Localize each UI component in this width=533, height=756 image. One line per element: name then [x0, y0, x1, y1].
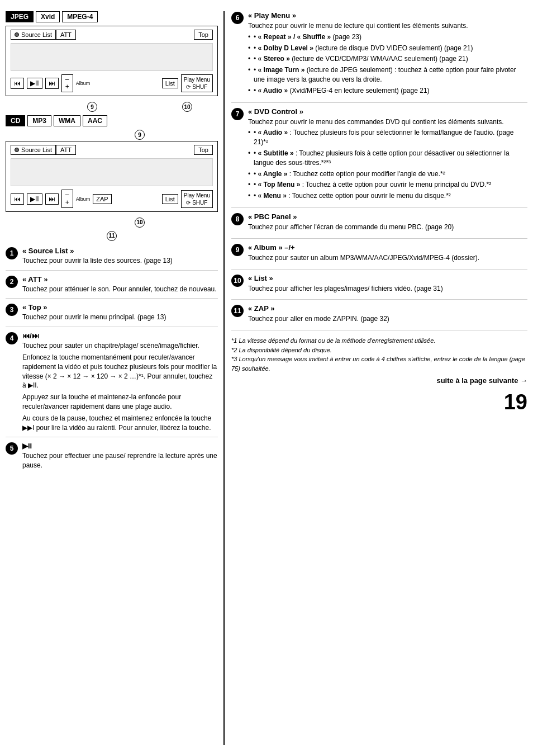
- shuf-label-2: ⟳ SHUF: [184, 199, 210, 206]
- item-4: 4 ⏮/⏭ Touchez pour sauter un chapitre/pl…: [6, 332, 218, 437]
- footnote-2: *2 La disponibilité dépend du disque.: [231, 346, 527, 355]
- bullet-6-5: • « Audio » (Xvid/MPEG-4 en lecture seul…: [248, 86, 527, 96]
- bullet-7-2: • « Subtitle » : Touchez plusieurs fois …: [248, 149, 527, 168]
- right-item-9-desc: Touchez pour sauter un album MP3/WMA/AAC…: [248, 253, 527, 263]
- right-item-9: 9 « Album » –/+ Touchez pour sauter un a…: [231, 243, 527, 270]
- right-item-11-title: « ZAP »: [248, 304, 527, 313]
- item-5-title: ▶II: [22, 442, 218, 450]
- tab-xvid[interactable]: Xvid: [36, 11, 60, 22]
- display-area-2: [11, 158, 213, 186]
- next-page-text: suite à la page suivante →: [231, 376, 527, 385]
- source-dot-1: [15, 32, 19, 37]
- bullet-6-2: • « Dolby D Level » (lecture de disque D…: [248, 44, 527, 53]
- shuf-label-1: ⟳ SHUF: [184, 83, 210, 91]
- prev-btn-1[interactable]: ⏮: [11, 78, 24, 89]
- play-pause-btn-2[interactable]: ▶II: [27, 193, 42, 205]
- panel2: Source List ATT Top ⏮ ▶II ⏭ – + Album ZA…: [6, 141, 218, 211]
- tab-mpeg4[interactable]: MPEG-4: [62, 11, 98, 22]
- tab-wma[interactable]: WMA: [54, 115, 80, 126]
- top-btn-1[interactable]: Top: [194, 30, 213, 40]
- list-btn-2[interactable]: List: [162, 194, 178, 204]
- item-2-desc: Touchez pour atténuer le son. Pour annul…: [22, 285, 218, 294]
- play-menu-label-2: Play Menu: [184, 192, 210, 199]
- prev-btn-2[interactable]: ⏮: [11, 193, 24, 205]
- panel2-bottom-annotations: 10: [6, 218, 218, 228]
- item-4-desc-4: Au cours de la pause, touchez et mainten…: [22, 414, 218, 433]
- plus-label-2: +: [65, 199, 69, 206]
- att-btn-2[interactable]: ATT: [56, 145, 76, 155]
- right-item-11-desc: Touchez pour aller en mode ZAPPIN. (page…: [248, 314, 527, 324]
- left-column: JPEG Xvid MPEG-4 Source List ATT Top ⏮ ▶…: [6, 11, 218, 745]
- right-item-6-title: « Play Menu »: [248, 11, 527, 20]
- play-menu-btn-2[interactable]: Play Menu ⟳ SHUF: [181, 190, 213, 208]
- source-list-btn-1[interactable]: Source List: [11, 30, 56, 40]
- right-item-11-content: « ZAP » Touchez pour aller en mode ZAPPI…: [248, 304, 527, 325]
- right-item-9-number: 9: [231, 244, 244, 264]
- item-3: 3 « Top » Touchez pour ouvrir le menu pr…: [6, 303, 218, 327]
- item-3-title: « Top »: [22, 303, 218, 311]
- item-3-desc: Touchez pour ouvrir le menu principal. (…: [22, 313, 218, 322]
- right-item-6-bullets: • « Repeat » / « Shuffle » (page 23) • «…: [248, 32, 527, 96]
- bullet-7-5: • « Menu » : Touchez cette option pour o…: [248, 191, 527, 201]
- next-btn-2[interactable]: ⏭: [45, 193, 59, 205]
- item-5: 5 ▶II Touchez pour effectuer une pause/ …: [6, 442, 218, 475]
- panel1-annotations: 9 10: [6, 102, 218, 112]
- minus-plus-2[interactable]: – +: [61, 190, 73, 207]
- footnotes: *1 La vitesse dépend du format ou de la …: [231, 336, 527, 373]
- source-list-label-2: Source List: [21, 147, 52, 153]
- minus-plus-1[interactable]: – +: [61, 74, 73, 92]
- annotation-10-panel1: 10: [182, 102, 192, 112]
- right-item-10-content: « List » Touchez pour afficher les plage…: [248, 274, 527, 295]
- display-area-1: [11, 43, 213, 71]
- right-item-10: 10 « List » Touchez pour afficher les pl…: [231, 274, 527, 300]
- tab-aac[interactable]: AAC: [83, 115, 107, 126]
- source-list-btn-2[interactable]: Source List: [11, 145, 56, 155]
- att-btn-1[interactable]: ATT: [56, 30, 76, 40]
- page-number: 19: [231, 390, 527, 414]
- item-5-number: 5: [6, 442, 18, 470]
- tab-cd[interactable]: CD: [6, 115, 25, 126]
- right-item-7: 7 « DVD Control » Touchez pour ouvrir le…: [231, 107, 527, 208]
- panel1: Source List ATT Top ⏮ ▶II ⏭ – + Album: [6, 26, 218, 96]
- footnote-1: *1 La vitesse dépend du format ou de la …: [231, 336, 527, 346]
- zap-btn-2[interactable]: ZAP: [93, 194, 111, 204]
- right-item-7-number: 7: [231, 108, 244, 203]
- bullet-7-4: • « Top Menu » : Touchez à cette option …: [248, 180, 527, 190]
- tab-mp3[interactable]: MP3: [27, 115, 51, 126]
- item-4-desc-1: Touchez pour sauter un chapitre/plage/ s…: [22, 341, 218, 351]
- right-item-11: 11 « ZAP » Touchez pour aller en mode ZA…: [231, 304, 527, 330]
- album-container-2: Album: [76, 196, 91, 202]
- top-btn-2[interactable]: Top: [194, 145, 213, 155]
- item-4-desc-3: Appuyez sur la touche et maintenez-la en…: [22, 393, 218, 412]
- panel2-tabs: CD MP3 WMA AAC: [6, 115, 218, 126]
- next-btn-1[interactable]: ⏭: [45, 78, 59, 89]
- album-label-1: Album: [76, 81, 91, 86]
- item-2-content: « ATT » Touchez pour atténuer le son. Po…: [22, 275, 218, 294]
- annotation-10-panel2: 10: [135, 218, 145, 228]
- annotation-11: 11: [107, 231, 117, 241]
- list-btn-1[interactable]: List: [162, 78, 178, 88]
- source-dot-2: [15, 148, 19, 152]
- bullet-6-1: • « Repeat » / « Shuffle » (page 23): [248, 32, 527, 42]
- item-4-content: ⏮/⏭ Touchez pour sauter un chapitre/plag…: [22, 332, 218, 432]
- play-menu-btn-1[interactable]: Play Menu ⟳ SHUF: [181, 74, 213, 92]
- tab-jpeg[interactable]: JPEG: [6, 11, 34, 22]
- right-item-10-desc: Touchez pour afficher les plages/images/…: [248, 284, 527, 294]
- items-list: 1 « Source List » Touchez pour ouvrir la…: [6, 247, 218, 475]
- minus-label-2: –: [65, 191, 69, 199]
- panel1-tabs: JPEG Xvid MPEG-4: [6, 11, 218, 22]
- right-item-8-title: « PBC Panel »: [248, 212, 527, 221]
- right-column: 6 « Play Menu » Touchez pour ouvrir le m…: [223, 11, 527, 745]
- album-container-1: Album: [76, 81, 91, 86]
- item-1-number: 1: [6, 247, 18, 266]
- play-pause-btn-1[interactable]: ▶II: [27, 78, 42, 89]
- bullet-6-3: • « Stereo » (lecture de VCD/CD/MP3/ WMA…: [248, 54, 527, 64]
- right-item-8: 8 « PBC Panel » Touchez pour afficher l'…: [231, 212, 527, 239]
- right-item-7-bullets: • « Audio » : Touchez plusieurs fois pou…: [248, 128, 527, 201]
- item-5-desc: Touchez pour effectuer une pause/ repren…: [22, 451, 218, 470]
- plus-label-1: +: [65, 83, 69, 91]
- bullet-7-1: • « Audio » : Touchez plusieurs fois pou…: [248, 128, 527, 147]
- item-1: 1 « Source List » Touchez pour ouvrir la…: [6, 247, 218, 271]
- item-1-content: « Source List » Touchez pour ouvrir la l…: [22, 247, 218, 266]
- right-item-6-number: 6: [231, 12, 244, 98]
